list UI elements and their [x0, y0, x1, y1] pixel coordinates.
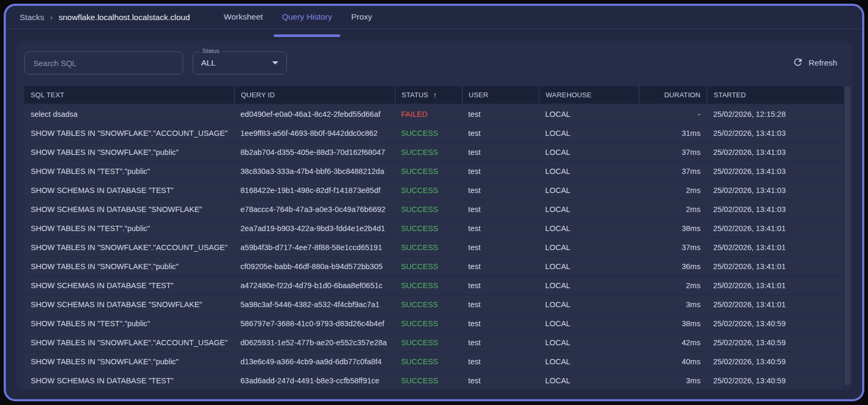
column-header-query-id[interactable]: QUERY ID [234, 86, 394, 104]
table-row[interactable]: SHOW TABLES IN "SNOWFLAKE"."ACCOUNT_USAG… [24, 334, 844, 351]
duration-cell: 2ms [639, 281, 707, 290]
column-header-warehouse[interactable]: WAREHOUSE [539, 86, 639, 104]
query-id-cell: cf09205e-babb-46df-880a-b94d572bb305 [234, 262, 394, 271]
status-cell: SUCCESS [395, 338, 462, 347]
warehouse-cell: LOCAL [539, 319, 639, 328]
status-cell: SUCCESS [395, 224, 462, 233]
table-row[interactable]: SHOW TABLES IN "SNOWFLAKE"."public"8b2ab… [24, 143, 844, 161]
status-cell: SUCCESS [395, 129, 462, 137]
user-cell: test [462, 300, 539, 309]
table-row[interactable]: SHOW TABLES IN "SNOWFLAKE"."public"d13e6… [24, 353, 844, 370]
refresh-icon [792, 57, 803, 70]
started-cell: 25/02/2026, 13:41:03 [707, 148, 844, 157]
sql-text-cell: SHOW SCHEMAS IN DATABASE "TEST" [24, 376, 234, 385]
tab-bar: Worksheet Query History Proxy [214, 6, 382, 29]
status-cell: SUCCESS [395, 319, 462, 328]
table-row[interactable]: SHOW SCHEMAS IN DATABASE "SNOWFLAKE"e78a… [24, 200, 844, 218]
table-row[interactable]: SHOW TABLES IN "SNOWFLAKE"."ACCOUNT_USAG… [24, 124, 844, 142]
query-id-cell: e78accc4-764b-47a3-a0e3-0c49a76b6692 [234, 205, 394, 214]
breadcrumb-separator: › [50, 13, 53, 22]
sql-text-cell: SHOW TABLES IN "SNOWFLAKE"."ACCOUNT_USAG… [24, 243, 234, 252]
duration-cell: 37ms [639, 167, 707, 176]
query-id-cell: a59b4f3b-d717-4ee7-8f88-58e1ccd65191 [234, 243, 394, 252]
table-row[interactable]: SHOW TABLES IN "TEST"."public"38c830a3-3… [24, 162, 844, 180]
user-cell: test [462, 319, 539, 328]
table-header-row: SQL TEXTQUERY IDSTATUS↑USERWAREHOUSEDURA… [24, 86, 844, 104]
warehouse-cell: LOCAL [539, 167, 639, 176]
duration-cell: 3ms [639, 376, 707, 385]
warehouse-cell: LOCAL [539, 186, 639, 195]
started-cell: 25/02/2026, 13:41:03 [707, 186, 844, 195]
sql-text-cell: SHOW SCHEMAS IN DATABASE "SNOWFLAKE" [24, 205, 234, 214]
started-cell: 25/02/2026, 13:41:01 [707, 300, 844, 309]
status-cell: SUCCESS [395, 357, 462, 366]
table-row[interactable]: SHOW SCHEMAS IN DATABASE "TEST"8168422e-… [24, 181, 844, 199]
column-header-sql-text[interactable]: SQL TEXT [24, 86, 234, 104]
duration-cell: 37ms [639, 243, 707, 252]
status-cell: SUCCESS [395, 243, 462, 252]
warehouse-cell: LOCAL [539, 224, 639, 233]
search-sql-input[interactable] [24, 51, 183, 75]
started-cell: 25/02/2026, 13:41:03 [707, 205, 844, 214]
status-cell: SUCCESS [395, 262, 462, 271]
warehouse-cell: LOCAL [539, 281, 639, 290]
sql-text-cell: SHOW TABLES IN "TEST"."public" [24, 224, 234, 233]
started-cell: 25/02/2026, 13:41:01 [707, 224, 844, 233]
chevron-down-icon [272, 61, 278, 65]
column-header-duration[interactable]: DURATION [639, 86, 707, 104]
sql-text-cell: SHOW TABLES IN "SNOWFLAKE"."public" [24, 148, 234, 157]
query-id-cell: 1ee9ff83-a56f-4693-8b0f-9442ddc0c862 [234, 129, 394, 137]
started-cell: 25/02/2026, 13:41:01 [707, 243, 844, 252]
status-filter-select[interactable]: Status ALL [193, 51, 287, 75]
user-cell: test [462, 376, 539, 385]
column-header-started[interactable]: STARTED [707, 86, 844, 104]
warehouse-cell: LOCAL [539, 262, 639, 271]
query-id-cell: 8b2ab704-d355-405e-88d3-70d162f68047 [234, 148, 394, 157]
started-cell: 25/02/2026, 13:40:59 [707, 319, 844, 328]
breadcrumb-stacks-link[interactable]: Stacks [20, 13, 44, 22]
tab-query-history[interactable]: Query History [273, 6, 342, 29]
user-cell: test [462, 224, 539, 233]
table-row[interactable]: SHOW SCHEMAS IN DATABASE "TEST"63ad6add-… [24, 372, 844, 389]
duration-cell: 3ms [639, 300, 707, 309]
user-cell: test [462, 338, 539, 347]
column-header-status[interactable]: STATUS↑ [395, 86, 462, 104]
duration-cell: 38ms [639, 319, 707, 328]
tab-worksheet[interactable]: Worksheet [214, 6, 273, 29]
started-cell: 25/02/2026, 13:41:01 [707, 281, 844, 290]
table-row[interactable]: SHOW TABLES IN "TEST"."public"586797e7-3… [24, 315, 844, 332]
tab-proxy[interactable]: Proxy [341, 6, 382, 29]
table-body: select dsadsaed0490ef-e0a0-46a1-8c42-2fe… [24, 105, 844, 389]
warehouse-cell: LOCAL [539, 110, 639, 118]
column-header-user[interactable]: USER [462, 86, 539, 104]
table-row[interactable]: SHOW SCHEMAS IN DATABASE "SNOWFLAKE"5a98… [24, 296, 844, 313]
status-cell: SUCCESS [395, 148, 462, 157]
warehouse-cell: LOCAL [539, 243, 639, 252]
sql-text-cell: SHOW TABLES IN "SNOWFLAKE"."ACCOUNT_USAG… [24, 129, 234, 137]
user-cell: test [462, 243, 539, 252]
query-id-cell: 586797e7-3688-41c0-9793-d83d26c4b4ef [234, 319, 394, 328]
status-filter-value: ALL [201, 58, 216, 68]
table-row[interactable]: SHOW TABLES IN "TEST"."public"2ea7ad19-b… [24, 219, 844, 237]
user-cell: test [462, 281, 539, 290]
status-cell: SUCCESS [395, 281, 462, 290]
table-row[interactable]: SHOW SCHEMAS IN DATABASE "TEST"a472480e-… [24, 277, 844, 294]
breadcrumb-current-stack: snowflake.localhost.localstack.cloud [59, 13, 190, 22]
refresh-button[interactable]: Refresh [792, 57, 837, 70]
sql-text-cell: SHOW SCHEMAS IN DATABASE "TEST" [24, 281, 234, 290]
query-id-cell: ed0490ef-e0a0-46a1-8c42-2febd55d66af [234, 110, 394, 118]
user-cell: test [462, 148, 539, 157]
duration-cell: - [639, 110, 707, 118]
duration-cell: 2ms [639, 186, 707, 195]
app-window: Stacks › snowflake.localhost.localstack.… [4, 4, 864, 401]
sql-text-cell: SHOW TABLES IN "SNOWFLAKE"."public" [24, 357, 234, 366]
started-cell: 25/02/2026, 13:41:03 [707, 129, 844, 137]
warehouse-cell: LOCAL [539, 148, 639, 157]
table-row[interactable]: SHOW TABLES IN "SNOWFLAKE"."public"cf092… [24, 257, 844, 275]
table-row[interactable]: select dsadsaed0490ef-e0a0-46a1-8c42-2fe… [24, 105, 844, 123]
vertical-scrollbar[interactable] [845, 86, 851, 385]
started-cell: 25/02/2026, 13:40:59 [707, 376, 844, 385]
table-row[interactable]: SHOW TABLES IN "SNOWFLAKE"."ACCOUNT_USAG… [24, 238, 844, 256]
sort-ascending-icon: ↑ [433, 90, 437, 99]
started-cell: 25/02/2026, 13:40:59 [707, 357, 844, 366]
